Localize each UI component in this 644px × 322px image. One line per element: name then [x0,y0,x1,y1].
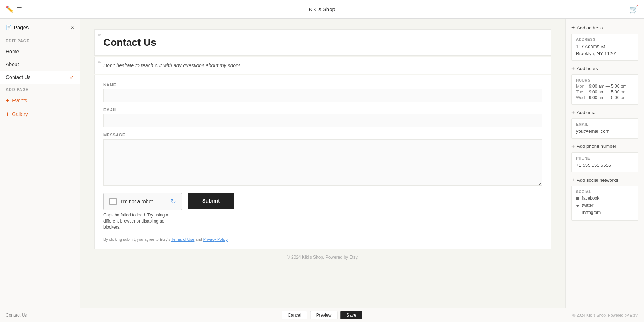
sidebar-item-contact-us[interactable]: Contact Us ✓ [0,71,80,84]
add-social-plus-icon: + [571,177,575,183]
add-email-button[interactable]: + Add email [571,109,638,116]
sidebar-title: 📄 Pages [6,25,29,30]
add-events-item[interactable]: + Events [0,94,80,107]
email-value: you@email.com [576,128,634,135]
save-button[interactable]: Save [340,311,362,319]
hours-row-tue: Tue 9:00 am — 5:00 pm [576,89,634,94]
contact-desc-section: ✏ Don't hesitate to reach out with any q… [94,57,551,74]
page-footer-credit: © 2024 Kiki's Shop. Powered by Etsy. [94,249,551,265]
add-address-plus-icon: + [571,24,575,31]
contact-description: Don't hesitate to reach out with any que… [103,63,542,68]
sidebar-item-home[interactable]: Home [0,45,80,58]
title-edit-pencil-icon[interactable]: ✏ [98,33,101,38]
add-hours-button[interactable]: + Add hours [571,65,638,72]
hours-card: HOURS Mon 9:00 am — 5:00 pm Tue 9:00 am … [571,74,638,105]
cart-button[interactable]: 🛒 [629,5,638,14]
add-social-button[interactable]: + Add social networks [571,177,638,183]
add-hours-plus-icon: + [571,65,575,72]
contact-form-section: NAME EMAIL MESSAGE I'm not a robot ↻ Cap… [94,75,551,249]
top-bar: ✏️ ☰ Kiki's Shop 🛒 [0,0,644,19]
preview-button[interactable]: Preview [310,311,338,319]
add-phone-button[interactable]: + Add phone number [571,143,638,150]
list-icon[interactable]: ☰ [16,5,22,13]
address-card: ADDRESS 117 Adams St Brooklyn, NY 11201 [571,34,638,61]
submit-button[interactable]: Submit [188,193,234,209]
shop-name: Kiki's Shop [309,6,335,12]
phone-value: +1 555 555 5555 [576,162,634,169]
social-card: SOCIAL ■ facebook ● twitter □ instagram [571,186,638,221]
captcha-box[interactable]: I'm not a robot ↻ [103,193,182,210]
hours-section: + Add hours HOURS Mon 9:00 am — 5:00 pm … [571,65,638,105]
hours-row-wed: Wed 9:00 am — 5:00 pm [576,95,634,100]
email-input[interactable] [103,114,542,127]
social-section: + Add social networks SOCIAL ■ facebook … [571,177,638,221]
add-gallery-item[interactable]: + Gallery [0,107,80,121]
phone-card: PHONE +1 555 555 5555 [571,152,638,173]
contact-title-section: ✏ Contact Us [94,29,551,56]
phone-section: + Add phone number PHONE +1 555 555 5555 [571,143,638,173]
main-layout: 📄 Pages × EDIT PAGE Home About Contact U… [0,19,644,308]
address-line2: Brooklyn, NY 11201 [576,50,634,57]
message-textarea[interactable] [103,139,542,186]
captcha-checkbox[interactable] [109,198,117,205]
sidebar-header: 📄 Pages × [0,19,80,35]
sidebar-close-button[interactable]: × [71,24,74,31]
bottom-page-label: Contact Us [6,313,27,318]
captcha-row: I'm not a robot ↻ Captcha failed to load… [103,193,542,230]
contact-page-title: Contact Us [103,37,542,48]
instagram-icon: □ [576,210,579,215]
desc-edit-pencil-icon[interactable]: ✏ [98,60,101,65]
address-line1: 117 Adams St [576,43,634,50]
top-bar-left: ✏️ ☰ [6,5,22,13]
privacy-link[interactable]: Privacy Policy [203,237,228,241]
bottom-bar: Contact Us Cancel Preview Save © 2024 Ki… [0,308,644,322]
message-field-label: MESSAGE [103,133,542,137]
name-field-label: NAME [103,83,542,87]
edit-icon[interactable]: ✏️ [6,5,14,13]
sidebar: 📄 Pages × EDIT PAGE Home About Contact U… [0,19,80,308]
email-card: EMAIL you@email.com [571,118,638,139]
twitter-icon: ● [576,203,579,208]
right-panel: + Add address ADDRESS 117 Adams St Brook… [565,19,644,308]
add-email-plus-icon: + [571,109,575,116]
content-area: ✏ Contact Us ✏ Don't hesitate to reach o… [80,19,644,308]
social-facebook-row: ■ facebook [576,195,634,201]
social-instagram-row: □ instagram [576,210,634,215]
captcha-label: I'm not a robot [121,199,153,204]
terms-link[interactable]: Terms of Use [171,237,195,241]
add-address-button[interactable]: + Add address [571,24,638,31]
bottom-actions: Cancel Preview Save [282,311,362,319]
social-twitter-row: ● twitter [576,203,634,208]
cart-icon: 🛒 [629,5,638,13]
hours-row-mon: Mon 9:00 am — 5:00 pm [576,84,634,89]
captcha-error-text: Captcha failed to load. Try using a diff… [103,212,182,230]
add-events-plus-icon: + [6,97,9,104]
add-phone-plus-icon: + [571,143,575,150]
email-field-label: EMAIL [103,108,542,112]
edit-page-section-label: EDIT PAGE [0,35,80,45]
add-page-section-label: ADD PAGE [0,84,80,94]
page-editor: ✏ Contact Us ✏ Don't hesitate to reach o… [80,19,565,308]
captcha-logo-icon: ↻ [171,197,176,205]
pages-icon: 📄 [6,25,12,30]
active-check-icon: ✓ [70,74,74,80]
address-section: + Add address ADDRESS 117 Adams St Brook… [571,24,638,61]
footer-credit: © 2024 Kiki's Shop. Powered by Etsy. [572,313,638,317]
email-section: + Add email EMAIL you@email.com [571,109,638,139]
form-footer-text: By clicking submit, you agree to Etsy's … [103,237,542,241]
name-input[interactable] [103,89,542,102]
cancel-button[interactable]: Cancel [282,311,307,319]
facebook-icon: ■ [576,195,579,201]
add-gallery-plus-icon: + [6,111,9,117]
sidebar-item-about[interactable]: About [0,58,80,71]
